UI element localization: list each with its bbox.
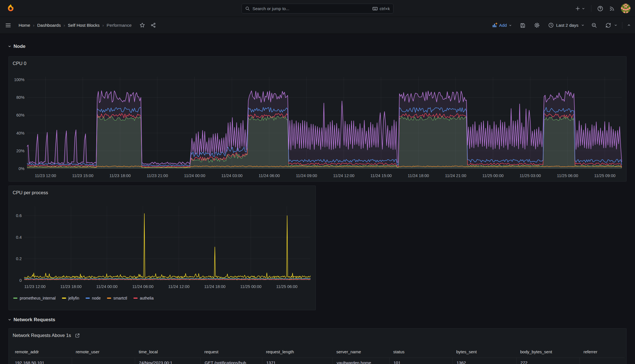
svg-text:11/24 12:00: 11/24 12:00 xyxy=(333,173,355,178)
dashboard-settings-button[interactable] xyxy=(534,22,540,28)
save-dashboard-button[interactable] xyxy=(520,23,526,28)
svg-text:11/25 03:00: 11/25 03:00 xyxy=(520,173,541,178)
legend-item-authelia[interactable]: authelia xyxy=(133,296,154,300)
row-toggle-node[interactable]: Node xyxy=(8,44,26,49)
svg-text:11/25 00:00: 11/25 00:00 xyxy=(482,173,504,178)
topbar-actions xyxy=(575,0,630,17)
panel-cpu0: CPU 0 0%20%40%60%80%100%11/23 12:0011/23… xyxy=(8,56,627,182)
table-cell-remote_user xyxy=(72,358,135,364)
favorite-dashboard-button[interactable] xyxy=(140,23,145,28)
legend-label: prometheus_internal xyxy=(20,296,56,300)
svg-text:11/24 15:00: 11/24 15:00 xyxy=(370,173,392,178)
help-button[interactable] xyxy=(597,6,603,12)
svg-text:0.4: 0.4 xyxy=(16,235,22,240)
panel-cpu0-title-text: CPU 0 xyxy=(13,61,26,66)
zoom-out-icon xyxy=(591,23,597,28)
legend-color-pill xyxy=(13,298,17,299)
svg-text:100%: 100% xyxy=(14,77,24,82)
panel-cpu-per-process-title-text: CPU per process xyxy=(13,190,48,195)
mega-menu-button[interactable] xyxy=(5,22,11,28)
panel-cpu-per-process-title[interactable]: CPU per process xyxy=(13,190,48,195)
breadcrumb-separator: › xyxy=(64,23,65,28)
table-cell-remote_addr: 192.168.50.101 xyxy=(11,358,72,364)
panel-network-requests-title[interactable]: Network Requests Above 1s xyxy=(13,333,80,338)
time-range-picker[interactable]: Last 2 days xyxy=(548,23,585,28)
rss-icon xyxy=(609,6,615,12)
chevron-down-icon xyxy=(8,318,12,322)
table-cell-request_length: 1371 xyxy=(262,358,332,364)
table-cell-status: 101 xyxy=(389,358,452,364)
legend-label: authelia xyxy=(140,296,154,300)
news-button[interactable] xyxy=(609,6,615,12)
table-header-bytes_sent[interactable]: bytes_sent xyxy=(452,346,516,358)
svg-text:11/23 15:00: 11/23 15:00 xyxy=(72,173,93,178)
legend-item-prometheus_internal[interactable]: prometheus_internal xyxy=(13,296,56,300)
user-avatar[interactable] xyxy=(621,4,630,13)
top-navigation-bar: Search or jump to... ctrl+k xyxy=(0,0,635,17)
svg-text:11/23 12:00: 11/23 12:00 xyxy=(24,284,46,289)
external-link-icon[interactable] xyxy=(75,333,80,338)
share-dashboard-button[interactable] xyxy=(151,23,156,28)
breadcrumb-dashboards[interactable]: Dashboards xyxy=(37,23,61,28)
legend-item-smartctl[interactable]: smartctl xyxy=(107,296,127,300)
search-shortcut-label: ctrl+k xyxy=(380,6,390,11)
table-header-body_bytes_sent[interactable]: body_bytes_sent xyxy=(516,346,580,358)
hamburger-icon xyxy=(5,22,11,28)
search-input[interactable]: Search or jump to... ctrl+k xyxy=(242,4,393,14)
cpu-per-process-timeseries-chart[interactable]: 00.20.40.611/23 12:0011/23 18:0011/24 00… xyxy=(12,203,313,293)
svg-text:11/24 18:00: 11/24 18:00 xyxy=(408,173,429,178)
topbar-divider xyxy=(591,5,591,12)
table-header-remote_addr[interactable]: remote_addr xyxy=(11,346,72,358)
zoom-out-time-button[interactable] xyxy=(591,23,597,28)
breadcrumb-folder[interactable]: Self Host Blocks xyxy=(68,23,100,28)
table-cell-time_local: 24/Nov/2023 00:1 xyxy=(135,358,200,364)
table-header-time_local[interactable]: time_local xyxy=(135,346,200,358)
svg-text:60%: 60% xyxy=(16,113,24,117)
svg-text:80%: 80% xyxy=(16,95,24,100)
svg-text:20%: 20% xyxy=(16,149,24,153)
table-header-remote_user[interactable]: remote_user xyxy=(72,346,135,358)
legend-label: jellyfin xyxy=(68,296,79,300)
breadcrumb-home[interactable]: Home xyxy=(19,23,30,28)
breadcrumb: Home › Dashboards › Self Host Blocks › P… xyxy=(5,22,156,28)
toolbar-actions: Add Last 2 days xyxy=(492,22,631,29)
cpu0-timeseries-chart[interactable]: 0%20%40%60%80%100%11/23 12:0011/23 15:00… xyxy=(12,74,624,180)
svg-text:0: 0 xyxy=(19,278,22,283)
svg-text:11/24 00:00: 11/24 00:00 xyxy=(96,284,118,289)
refresh-interval-dropdown[interactable] xyxy=(614,23,618,27)
chevron-up-icon xyxy=(627,23,631,27)
refresh-button[interactable] xyxy=(605,23,611,28)
add-panel-label: Add xyxy=(499,23,507,28)
legend-item-jellyfin[interactable]: jellyfin xyxy=(62,296,79,300)
legend-item-node[interactable]: node xyxy=(86,296,101,300)
add-panel-button[interactable]: Add xyxy=(492,23,512,28)
table-header-status[interactable]: status xyxy=(389,346,452,358)
chevron-down-icon xyxy=(582,7,585,10)
table-header-request_length[interactable]: request_length xyxy=(262,346,332,358)
collapse-toolbar-button[interactable] xyxy=(627,23,631,27)
table-cell-bytes_sent: 1362 xyxy=(452,358,516,364)
star-icon xyxy=(140,23,145,28)
panel-network-requests-title-text: Network Requests Above 1s xyxy=(13,333,71,338)
svg-text:11/23 18:00: 11/23 18:00 xyxy=(60,284,82,289)
svg-text:11/24 06:00: 11/24 06:00 xyxy=(132,284,154,289)
table-header-server_name[interactable]: server_name xyxy=(332,346,389,358)
legend-color-pill xyxy=(133,298,138,299)
table-row[interactable]: 192.168.50.10124/Nov/2023 00:1GET /notif… xyxy=(11,358,625,364)
refresh-controls xyxy=(605,23,618,28)
chevron-down-icon xyxy=(581,23,585,27)
svg-text:11/24 12:00: 11/24 12:00 xyxy=(168,284,190,289)
save-icon xyxy=(520,23,526,28)
table-header-referrer[interactable]: referrer xyxy=(580,346,625,358)
breadcrumb-current-dashboard: Performance xyxy=(107,23,132,28)
gear-icon xyxy=(534,22,540,28)
row-toggle-network-requests[interactable]: Network Requests xyxy=(8,317,55,323)
svg-text:11/25 09:00: 11/25 09:00 xyxy=(594,173,616,178)
grafana-logo[interactable] xyxy=(6,4,15,13)
panel-cpu0-title[interactable]: CPU 0 xyxy=(13,61,26,66)
grafana-flame-icon xyxy=(6,4,15,13)
table-header-request[interactable]: request xyxy=(200,346,262,358)
row-title-node: Node xyxy=(14,44,26,49)
new-menu-button[interactable] xyxy=(575,6,585,11)
svg-text:11/23 18:00: 11/23 18:00 xyxy=(109,173,131,178)
